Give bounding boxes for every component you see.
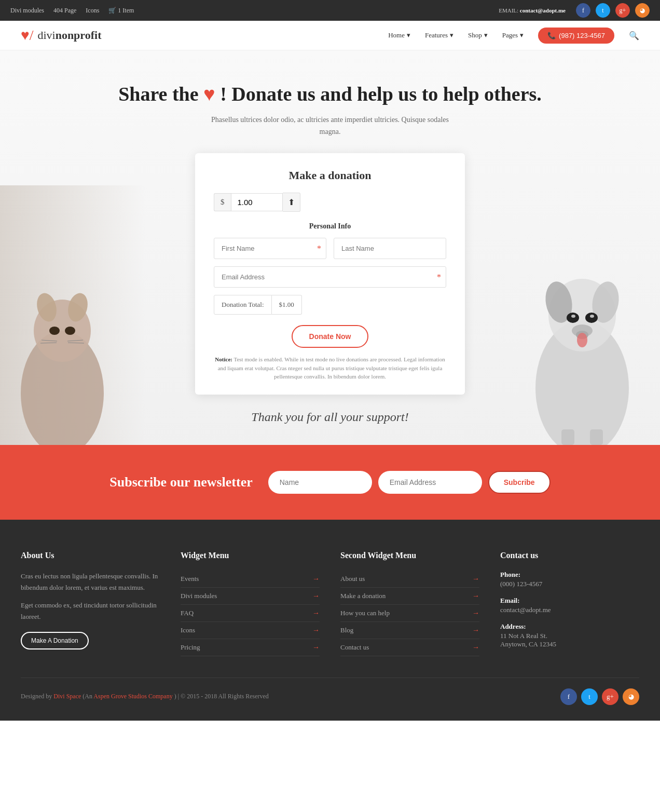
donation-total-row: Donation Total: $1.00	[214, 295, 446, 315]
arrow-icon: →	[312, 643, 320, 652]
topbar-link-404[interactable]: 404 Page	[53, 7, 76, 15]
personal-info-label: Personal Info	[214, 222, 446, 231]
footer-rss-icon[interactable]: ◕	[623, 688, 639, 705]
amount-spinner[interactable]: ⬆	[283, 193, 300, 212]
footer-contact-title: Contact us	[500, 551, 639, 560]
arrow-icon: →	[312, 626, 320, 634]
footer-facebook-icon[interactable]: f	[560, 688, 577, 705]
footer-link-faq[interactable]: FAQ →	[181, 605, 320, 622]
email-input[interactable]	[214, 266, 446, 288]
footer-twitter-icon[interactable]: t	[581, 688, 598, 705]
footer-widget-menu-title: Widget Menu	[181, 551, 320, 560]
chevron-down-icon: ▾	[407, 31, 410, 39]
chevron-down-icon: ▾	[484, 31, 488, 39]
newsletter-form: Subcribe	[268, 471, 551, 494]
heart-icon: ♥	[203, 83, 220, 105]
footer-second-menu: Second Widget Menu About us → Make a don…	[340, 551, 479, 657]
footer-bottom: Designed by Divi Space (An Aspen Grove S…	[21, 678, 639, 705]
arrow-icon: →	[312, 575, 320, 583]
logo[interactable]: ♥/ divinonprofit	[21, 27, 101, 44]
hero-section: Share the ♥ ! Donate us and help us to h…	[0, 50, 660, 445]
last-name-field	[334, 238, 446, 259]
arrow-icon: →	[472, 575, 479, 583]
hero-content: Share the ♥ ! Donate us and help us to h…	[21, 82, 639, 424]
hero-title: Share the ♥ ! Donate us and help us to h…	[21, 82, 639, 107]
required-star: *	[317, 244, 321, 253]
name-row: *	[214, 238, 446, 259]
footer-contact: Contact us Phone: (000) 123-4567 Email: …	[500, 551, 639, 657]
first-name-field: *	[214, 238, 326, 259]
footer-googleplus-icon[interactable]: g+	[602, 688, 618, 705]
svg-rect-23	[590, 429, 603, 445]
newsletter-title: Subscribe our newsletter	[109, 475, 252, 490]
svg-rect-22	[561, 429, 574, 445]
footer-grid: About Us Cras eu lectus non ligula pelle…	[21, 551, 639, 657]
footer-aspen-grove-link[interactable]: Aspen Grove Studios Company	[93, 693, 172, 700]
arrow-icon: →	[472, 592, 479, 600]
topbar-link-icons[interactable]: Icons	[86, 7, 99, 15]
footer: About Us Cras eu lectus non ligula pelle…	[0, 520, 660, 721]
footer-link-make-donation[interactable]: Make a donation →	[340, 588, 479, 605]
rss-icon[interactable]: ◕	[635, 3, 650, 18]
twitter-icon[interactable]: t	[596, 3, 610, 18]
footer-link-events[interactable]: Events →	[181, 571, 320, 588]
hero-subtitle: Phasellus ultrices dolor odio, ac ultric…	[200, 114, 460, 138]
footer-divi-space-link[interactable]: Divi Space	[53, 693, 81, 700]
amount-input[interactable]	[231, 193, 283, 211]
form-title: Make a donation	[214, 169, 446, 182]
newsletter-section: Subscribe our newsletter Subcribe	[0, 445, 660, 520]
top-bar-email: EMAIL: contact@adopt.me	[499, 7, 566, 13]
phone-icon: 📞	[547, 32, 556, 39]
main-nav: Home ▾ Features ▾ Shop ▾ Pages ▾ 📞 (987)…	[388, 28, 639, 44]
topbar-link-divi-modules[interactable]: Divi modules	[10, 7, 44, 15]
arrow-icon: →	[312, 609, 320, 617]
footer-about-p2: Eget commodo ex, sed tincidunt tortor so…	[21, 600, 160, 622]
facebook-icon[interactable]: f	[576, 3, 590, 18]
footer-link-contact-us[interactable]: Contact us →	[340, 639, 479, 656]
footer-widget-menu: Widget Menu Events → Divi modules → FAQ …	[181, 551, 320, 657]
newsletter-email-input[interactable]	[378, 471, 482, 494]
googleplus-icon[interactable]: g+	[615, 3, 630, 18]
footer-socials: f t g+ ◕	[560, 688, 639, 705]
footer-copyright: Designed by Divi Space (An Aspen Grove S…	[21, 693, 269, 700]
nav-pages[interactable]: Pages ▾	[502, 31, 524, 39]
cart-icon[interactable]: 🛒 1 Item	[108, 7, 134, 15]
donation-total-label: Donation Total:	[214, 295, 272, 315]
footer-about-p1: Cras eu lectus non ligula pellentesque c…	[21, 571, 160, 593]
required-star-email: *	[437, 273, 441, 282]
donate-button[interactable]: Donate Now	[292, 325, 369, 348]
top-bar-right: EMAIL: contact@adopt.me f t g+ ◕	[499, 3, 650, 18]
footer-link-pricing[interactable]: Pricing →	[181, 639, 320, 656]
phone-button[interactable]: 📞 (987) 123-4567	[538, 28, 614, 44]
currency-prefix: $	[214, 193, 231, 211]
newsletter-name-input[interactable]	[268, 471, 372, 494]
notice-text: Notice: Test mode is enabled. While in t…	[214, 355, 446, 381]
donation-total-value: $1.00	[272, 295, 302, 315]
footer-second-menu-title: Second Widget Menu	[340, 551, 479, 560]
email-field: *	[214, 266, 446, 288]
search-button[interactable]: 🔍	[629, 31, 639, 40]
top-bar: Divi modules 404 Page Icons 🛒 1 Item EMA…	[0, 0, 660, 21]
last-name-input[interactable]	[334, 238, 446, 259]
footer-link-icons[interactable]: Icons →	[181, 622, 320, 639]
newsletter-submit-button[interactable]: Subcribe	[488, 471, 551, 494]
footer-link-blog[interactable]: Blog →	[340, 622, 479, 639]
footer-address: Address: 11 Not A Real St. Anytown, CA 1…	[500, 622, 639, 648]
footer-link-about-us[interactable]: About us →	[340, 571, 479, 588]
nav-shop[interactable]: Shop ▾	[468, 31, 488, 39]
first-name-input[interactable]	[214, 238, 326, 259]
footer-donate-button[interactable]: Make A Donation	[21, 632, 89, 649]
footer-link-divi-modules[interactable]: Divi modules →	[181, 588, 320, 605]
arrow-icon: →	[472, 643, 479, 652]
footer-link-how-you-can-help[interactable]: How you can help →	[340, 605, 479, 622]
footer-phone: Phone: (000) 123-4567	[500, 571, 639, 588]
email-row: *	[214, 266, 446, 288]
nav-features[interactable]: Features ▾	[425, 31, 453, 39]
nav-home[interactable]: Home ▾	[388, 31, 410, 39]
donation-form: Make a donation $ ⬆ Personal Info *	[195, 153, 465, 395]
header: ♥/ divinonprofit Home ▾ Features ▾ Shop …	[0, 21, 660, 50]
arrow-icon: →	[472, 626, 479, 634]
logo-icon: ♥/	[21, 27, 33, 44]
logo-text: divinonprofit	[37, 29, 101, 42]
footer-about: About Us Cras eu lectus non ligula pelle…	[21, 551, 160, 657]
